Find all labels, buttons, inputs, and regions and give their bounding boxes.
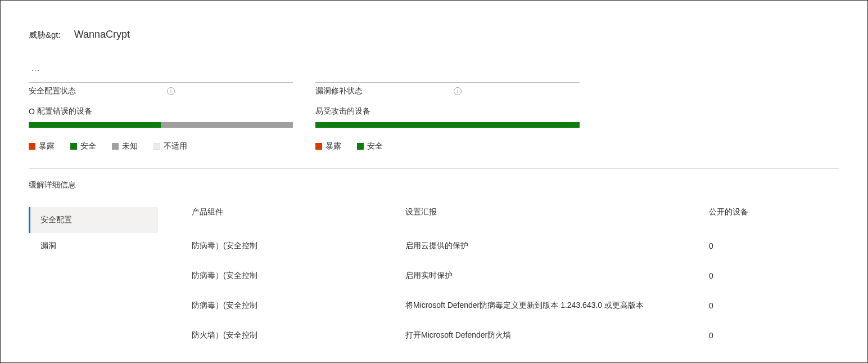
status-bar-security-config [29,122,293,128]
table-cell: 将Microsoft Defender防病毒定义更新到版本 1.243.643.… [405,299,709,311]
legend-item: 不适用 [153,141,187,151]
legend-security-config: 暴露安全未知不适用 [29,141,293,151]
bar-segment [29,122,161,128]
legend-swatch [112,143,119,150]
table-row[interactable]: 防病毒）(安全控制启用实时保护0 [192,261,839,290]
legend-swatch [357,143,364,150]
col-setting-report: 设置汇报 [405,207,709,217]
legend-item: 暴露 [29,141,55,151]
table-cell: 防病毒）(安全控制 [192,271,405,281]
table-cell: 防病毒）(安全控制 [192,241,405,251]
status-title-label: 漏洞修补状态 [315,86,363,96]
legend-item: 未知 [112,141,138,151]
status-card-vuln-patch: … 漏洞修补状态 i 易受攻击的设备 暴露安全 [315,63,580,151]
legend-label: 不适用 [164,141,187,151]
breadcrumb-label: 威胁&gt: [29,30,61,41]
status-bar-vuln-patch [315,122,580,128]
legend-swatch [153,143,160,150]
table-cell: 0 [709,241,793,250]
table-row[interactable]: 防病毒）(安全控制启用云提供的保护0 [192,231,839,261]
info-icon[interactable]: i [167,87,175,95]
col-product-component: 产品组件 [192,207,405,217]
table-cell: 0 [709,331,793,340]
legend-label: 暴露 [326,141,341,151]
table-cell: 0 [709,301,793,310]
table-body: 防病毒）(安全控制启用云提供的保护0防病毒）(安全控制启用实时保护0防病毒）(安… [192,231,839,350]
legend-label: 未知 [122,141,138,151]
side-tab[interactable]: 安全配置 [29,207,158,233]
mitigation-area: 安全配置漏洞 产品组件 设置汇报 公开的设备 防病毒）(安全控制启用云提供的保护… [29,207,839,350]
legend-swatch [70,143,77,150]
legend-swatch [29,143,35,150]
breadcrumb: 威胁&gt: WannaCrypt [29,29,839,41]
table-cell: 启用云提供的保护 [405,240,709,252]
status-card-security-config: … 安全配置状态 i O 配置错误的设备 暴露安全未知不适用 [29,63,293,151]
table-cell: 打开Microsoft Defender防火墙 [405,329,709,341]
legend-label: 暴露 [39,141,55,151]
legend-item: 暴露 [315,141,341,151]
mitigation-section-title: 缓解详细信息 [29,180,839,190]
col-exposed-devices: 公开的设备 [709,207,793,217]
vulnerable-devices-count: 易受攻击的设备 [315,106,580,116]
table-cell: 防火墙）(安全控制 [192,330,405,340]
table-row[interactable]: 防病毒）(安全控制将Microsoft Defender防病毒定义更新到版本 1… [192,290,839,320]
status-row: … 安全配置状态 i O 配置错误的设备 暴露安全未知不适用 … 漏洞修补状态 … [29,63,839,169]
legend-item: 安全 [70,141,96,151]
legend-swatch [315,143,322,150]
legend-label: 安全 [367,141,383,151]
table-header: 产品组件 设置汇报 公开的设备 [192,207,839,231]
bar-segment [315,122,580,128]
table-row[interactable]: 防火墙）(安全控制打开Microsoft Defender防火墙0 [192,320,839,350]
status-title-label: 安全配置状态 [29,86,76,96]
table-cell: 0 [709,271,793,280]
mitigation-table: 产品组件 设置汇报 公开的设备 防病毒）(安全控制启用云提供的保护0防病毒）(安… [192,207,839,350]
more-menu-icon[interactable]: … [29,63,43,78]
side-tab[interactable]: 漏洞 [29,233,158,259]
info-icon[interactable]: i [454,87,462,95]
breadcrumb-value: WannaCrypt [74,29,130,41]
table-cell: 启用实时保护 [405,270,709,281]
misconfigured-devices-count: O 配置错误的设备 [29,106,293,116]
legend-item: 安全 [357,141,383,151]
legend-label: 安全 [80,141,96,151]
table-cell: 防病毒）(安全控制 [192,301,405,311]
legend-vuln-patch: 暴露安全 [315,141,580,151]
mitigation-side-tabs: 安全配置漏洞 [29,207,158,350]
bar-segment [161,122,293,128]
